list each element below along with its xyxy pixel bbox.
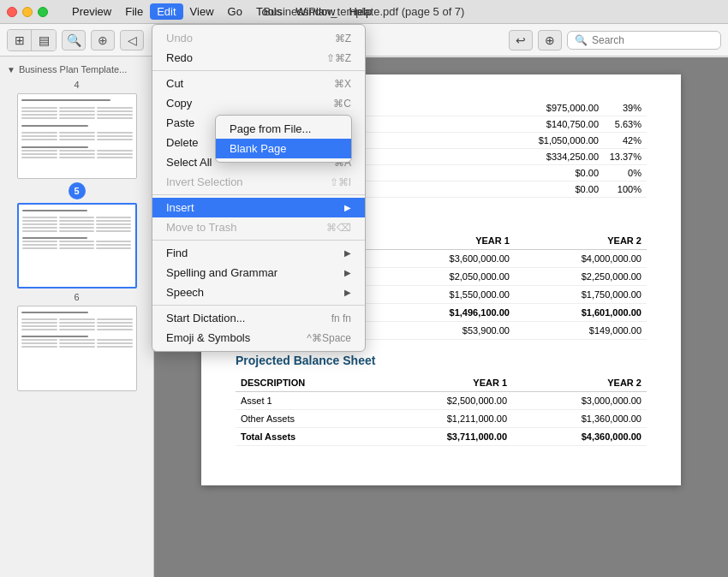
menu-preview[interactable]: Preview xyxy=(65,3,118,20)
submenu-item-blank-page-label: Blank Page xyxy=(230,142,287,155)
menu-item-dictation-label: Start Dictation... xyxy=(166,312,245,324)
cell-y2: $4,360,000.00 xyxy=(512,428,647,446)
submenu-arrow-icon: ▶ xyxy=(344,203,351,212)
cell-y2: $4,000,000.00 xyxy=(515,250,647,268)
cell-y2: $2,250,000.00 xyxy=(515,268,647,286)
menu-item-find-label: Find xyxy=(166,247,188,259)
menu-item-select-all-label: Select All xyxy=(166,156,212,169)
annotate-button[interactable]: ⊕ xyxy=(538,30,562,51)
cell-y2: $149,000.00 xyxy=(515,322,647,340)
col-year1-header: YEAR 1 xyxy=(378,374,512,392)
menu-item-insert-label: Insert xyxy=(166,201,194,214)
menu-item-paste-label: Paste xyxy=(166,116,194,129)
menu-item-speech-label: Speech xyxy=(166,286,204,299)
cell-y2: $1,750,000.00 xyxy=(515,286,647,304)
cell-y2: $3,000,000.00 xyxy=(512,392,647,410)
menu-item-redo-shortcut: ⇧⌘Z xyxy=(326,52,351,64)
menu-item-speech[interactable]: Speech ▶ xyxy=(152,283,365,302)
menu-item-emoji[interactable]: Emoji & Symbols ^⌘Space xyxy=(152,328,365,348)
sidebar-title: Business Plan Template... xyxy=(19,64,127,74)
single-page-view-button[interactable]: ⊞ xyxy=(8,30,32,51)
cell-pct: 0% xyxy=(604,165,647,181)
menu-item-find[interactable]: Find ▶ xyxy=(152,243,365,263)
separator-3 xyxy=(152,240,365,241)
col-year2-header: YEAR 2 xyxy=(512,374,647,392)
menu-item-move-trash-shortcut: ⌘⌫ xyxy=(326,222,351,234)
minimize-button[interactable] xyxy=(22,7,33,17)
back-button[interactable]: ◁ xyxy=(120,30,144,51)
cell-y2: $1,601,000.00 xyxy=(515,304,647,322)
search-icon: 🔍 xyxy=(575,34,588,46)
col-year1-header: YEAR 1 xyxy=(383,232,515,250)
rotate-button[interactable]: ↩ xyxy=(509,30,533,51)
sidebar: ▼ Business Plan Template... 4 5 xyxy=(0,57,154,577)
separator-2 xyxy=(152,194,365,195)
menu-file[interactable]: File xyxy=(118,3,150,20)
separator-1 xyxy=(152,70,365,71)
menu-item-invert-selection[interactable]: Invert Selection ⇧⌘I xyxy=(152,172,365,192)
balance-table: DESCRIPTION YEAR 1 YEAR 2 Asset 1 $2,500… xyxy=(236,374,647,446)
cell-y1: $1,496,100.00 xyxy=(383,304,515,322)
menu-item-cut-shortcut: ⌘X xyxy=(334,78,351,90)
view-mode-buttons: ⊞ ▤ xyxy=(7,29,57,51)
page-6-number: 6 xyxy=(0,292,153,302)
cell-y1: $3,711,000.00 xyxy=(378,428,512,446)
two-page-view-button[interactable]: ▤ xyxy=(32,30,56,51)
menu-item-dictation[interactable]: Start Dictation... fn fn xyxy=(152,308,365,328)
zoom-button[interactable] xyxy=(38,7,48,17)
col-year2-header: YEAR 2 xyxy=(515,232,647,250)
menu-item-spelling[interactable]: Spelling and Grammar ▶ xyxy=(152,263,365,283)
menu-item-cut[interactable]: Cut ⌘X xyxy=(152,74,365,93)
page-6-thumbnail[interactable] xyxy=(17,306,137,391)
cell-y1: $1,550,000.00 xyxy=(383,286,515,304)
menu-item-move-trash[interactable]: Move to Trash ⌘⌫ xyxy=(152,217,365,237)
page-4-thumbnail[interactable] xyxy=(17,93,137,179)
cell-y2: $1,360,000.00 xyxy=(512,410,647,428)
zoom-in-button[interactable]: ⊕ xyxy=(91,30,115,51)
submenu-item-page-from-file[interactable]: Page from File... xyxy=(216,119,351,139)
page-5-badge: 5 xyxy=(69,182,86,199)
col-desc-header: DESCRIPTION xyxy=(236,374,378,392)
table-row: Asset 1 $2,500,000.00 $3,000,000.00 xyxy=(236,392,647,410)
cell-pct: 100% xyxy=(604,181,647,198)
menu-item-emoji-shortcut: ^⌘Space xyxy=(307,332,351,344)
page-4-number: 4 xyxy=(0,80,153,90)
menu-item-undo-label: Undo xyxy=(166,32,193,45)
submenu-arrow-find-icon: ▶ xyxy=(344,248,351,258)
menu-item-copy-shortcut: ⌘C xyxy=(333,98,351,110)
zoom-out-button[interactable]: 🔍 xyxy=(62,30,86,51)
edit-menu: Undo ⌘Z Redo ⇧⌘Z Cut ⌘X Copy ⌘C Paste ⌘V… xyxy=(152,24,366,352)
cell-pct: 13.37% xyxy=(604,149,647,165)
insert-submenu: Page from File... Blank Page xyxy=(215,115,352,163)
window-title: BusinessPlan_template.pdf (page 5 of 7) xyxy=(264,5,465,18)
submenu-item-blank-page[interactable]: Blank Page xyxy=(216,139,351,158)
menu-item-redo[interactable]: Redo ⇧⌘Z xyxy=(152,48,365,68)
cell-y1: $1,211,000.00 xyxy=(378,410,512,428)
menu-item-dictation-shortcut: fn fn xyxy=(331,312,351,324)
chevron-down-icon: ▼ xyxy=(7,65,15,74)
menu-item-copy[interactable]: Copy ⌘C xyxy=(152,93,365,113)
search-input[interactable] xyxy=(592,34,712,46)
table-header-row: DESCRIPTION YEAR 1 YEAR 2 xyxy=(236,374,647,392)
menu-go[interactable]: Go xyxy=(221,3,249,20)
cell-label: Other Assets xyxy=(236,410,378,428)
cell-y1: $2,050,000.00 xyxy=(383,268,515,286)
separator-4 xyxy=(152,305,365,306)
menu-item-undo[interactable]: Undo ⌘Z xyxy=(152,28,365,48)
menu-edit[interactable]: Edit xyxy=(150,3,182,20)
menu-view[interactable]: View xyxy=(183,3,221,20)
traffic-lights xyxy=(7,7,48,17)
menu-item-emoji-label: Emoji & Symbols xyxy=(166,331,250,344)
page-5-thumbnail[interactable] xyxy=(17,203,137,288)
menu-item-insert[interactable]: Insert ▶ xyxy=(152,198,365,217)
menu-item-move-trash-label: Move to Trash xyxy=(166,221,236,234)
menu-item-copy-label: Copy xyxy=(166,97,192,110)
titlebar: Preview File Edit View Go Tools Window H… xyxy=(0,0,728,24)
cell-y1: $2,500,000.00 xyxy=(378,392,512,410)
menu-item-cut-label: Cut xyxy=(166,77,183,90)
cell-label: Asset 1 xyxy=(236,392,378,410)
sidebar-header[interactable]: ▼ Business Plan Template... xyxy=(0,61,153,78)
table-row: Other Assets $1,211,000.00 $1,360,000.00 xyxy=(236,410,647,428)
cell-pct: 42% xyxy=(604,133,647,149)
close-button[interactable] xyxy=(7,7,17,17)
